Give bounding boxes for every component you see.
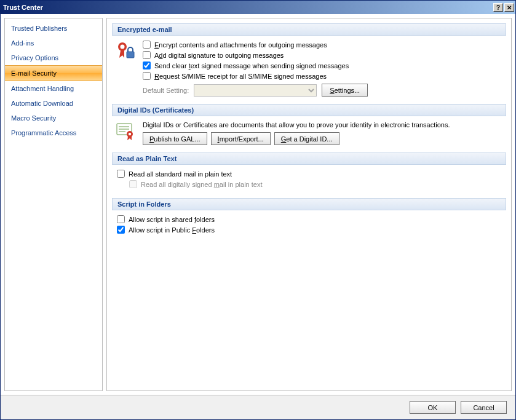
- default-setting-label: Default Setting:: [143, 87, 189, 94]
- sidebar-item-email-security[interactable]: E-mail Security: [5, 65, 102, 81]
- encrypted-content: Encrypt contents and attachments for out…: [143, 41, 504, 97]
- section-encrypted: Encrypt contents and attachments for out…: [112, 41, 506, 104]
- titlebar-controls: ? ✕: [493, 3, 514, 12]
- read-signed-checkbox-row: Read all digitally signed mail in plain …: [129, 180, 504, 188]
- main-panel: Encrypted e-mail Encrypt contents and at…: [106, 18, 512, 391]
- plaintext-content: Read all standard mail in plain text Rea…: [117, 170, 504, 191]
- ok-button[interactable]: OK: [410, 401, 456, 414]
- sidebar-item-add-ins[interactable]: Add-ins: [5, 36, 102, 50]
- script-shared-checkbox-row: Allow script in shared folders: [117, 215, 504, 223]
- read-signed-checkbox: [129, 180, 137, 188]
- svg-rect-2: [127, 52, 134, 58]
- section-script: Allow script in shared folders Allow scr…: [112, 215, 506, 244]
- read-all-label: Read all standard mail in plain text: [129, 170, 232, 178]
- sign-label: Add digital signature to outgoing messag…: [154, 52, 284, 59]
- default-setting-select[interactable]: [194, 84, 317, 97]
- section-digitalids: Digital IDs or Certificates are document…: [112, 121, 506, 153]
- cleartext-checkbox-row: Send clear text signed message when send…: [143, 61, 504, 69]
- cleartext-label: Send clear text signed message when send…: [154, 62, 349, 69]
- certificate-icon: [114, 121, 137, 145]
- svg-point-8: [129, 133, 131, 135]
- encrypt-label: Encrypt contents and attachments for out…: [154, 41, 327, 49]
- digitalids-desc: Digital IDs or Certificates are document…: [143, 121, 504, 129]
- sidebar-item-attachment-handling[interactable]: Attachment Handling: [5, 81, 102, 96]
- receipt-checkbox-row: Request S/MIME receipt for all S/MIME si…: [143, 72, 504, 80]
- section-header-digitalids: Digital IDs (Certificates): [112, 104, 506, 116]
- section-plaintext: Read all standard mail in plain text Rea…: [112, 170, 506, 198]
- svg-point-1: [121, 45, 125, 49]
- help-button[interactable]: ?: [493, 3, 503, 12]
- sidebar-item-macro-security[interactable]: Macro Security: [5, 111, 102, 125]
- sidebar-item-privacy-options[interactable]: Privacy Options: [5, 50, 102, 65]
- dialog-body: Trusted Publishers Add-ins Privacy Optio…: [1, 14, 515, 395]
- sidebar-item-programmatic-access[interactable]: Programmatic Access: [5, 125, 102, 140]
- get-digital-id-button[interactable]: Get a Digital ID...: [274, 132, 339, 145]
- script-public-label: Allow script in Public Folders: [129, 226, 215, 234]
- cleartext-checkbox[interactable]: [143, 61, 151, 69]
- close-button[interactable]: ✕: [504, 3, 514, 12]
- receipt-label: Request S/MIME receipt for all S/MIME si…: [154, 73, 327, 80]
- settings-button[interactable]: Settings...: [322, 84, 368, 97]
- script-public-checkbox[interactable]: [117, 226, 125, 234]
- encrypt-checkbox-row: Encrypt contents and attachments for out…: [143, 41, 504, 49]
- encrypted-email-icon: [114, 41, 137, 97]
- default-setting-row: Default Setting: Settings...: [143, 84, 504, 97]
- section-header-plaintext: Read as Plain Text: [112, 153, 506, 165]
- read-all-checkbox-row: Read all standard mail in plain text: [117, 170, 504, 178]
- sidebar-item-trusted-publishers[interactable]: Trusted Publishers: [5, 21, 102, 36]
- sidebar-item-automatic-download[interactable]: Automatic Download: [5, 96, 102, 111]
- script-public-checkbox-row: Allow script in Public Folders: [117, 226, 504, 234]
- script-shared-label: Allow script in shared folders: [129, 216, 215, 223]
- section-header-script: Script in Folders: [112, 198, 506, 210]
- script-shared-checkbox[interactable]: [117, 215, 125, 223]
- digitalids-content: Digital IDs or Certificates are document…: [143, 121, 504, 145]
- section-header-encrypted: Encrypted e-mail: [112, 23, 506, 36]
- dialog-footer: OK Cancel: [1, 395, 515, 419]
- digitalids-buttons: Publish to GAL... Import/Export... Get a…: [143, 132, 504, 145]
- cancel-button[interactable]: Cancel: [461, 401, 507, 414]
- titlebar: Trust Center ? ✕: [1, 1, 515, 14]
- sidebar: Trusted Publishers Add-ins Privacy Optio…: [4, 18, 103, 391]
- sign-checkbox[interactable]: [143, 51, 151, 59]
- trust-center-window: Trust Center ? ✕ Trusted Publishers Add-…: [0, 0, 516, 420]
- encrypt-checkbox[interactable]: [143, 41, 151, 49]
- publish-gal-button[interactable]: Publish to GAL...: [143, 132, 207, 145]
- window-title: Trust Center: [3, 4, 43, 11]
- script-content: Allow script in shared folders Allow scr…: [117, 215, 504, 236]
- read-all-checkbox[interactable]: [117, 170, 125, 178]
- receipt-checkbox[interactable]: [143, 72, 151, 80]
- sign-checkbox-row: Add digital signature to outgoing messag…: [143, 51, 504, 59]
- import-export-button[interactable]: Import/Export...: [211, 132, 271, 145]
- read-signed-label: Read all digitally signed mail in plain …: [141, 181, 263, 188]
